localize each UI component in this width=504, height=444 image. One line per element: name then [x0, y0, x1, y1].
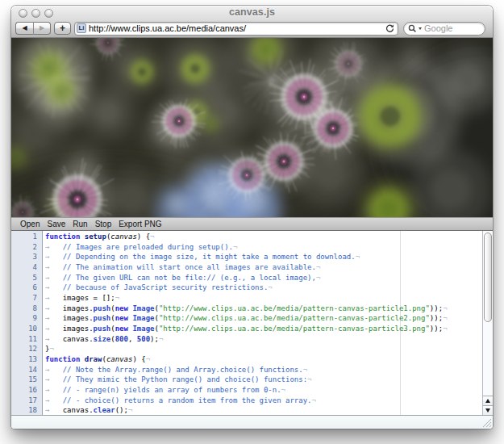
code-editor[interactable]: 123456789101112131415161718 function set…: [11, 231, 493, 415]
code-pane[interactable]: function setup(canvas) {¬→// Images are …: [43, 231, 482, 415]
menu-item-export-png[interactable]: Export PNG: [119, 218, 161, 230]
code-token: // because of JavaScript security restri…: [63, 283, 269, 291]
scroll-down-button[interactable]: [483, 405, 493, 415]
code-token: ));: [430, 304, 443, 312]
line-number: 14: [11, 365, 37, 375]
line-number: 17: [11, 396, 37, 406]
scroll-up-icon: [485, 399, 490, 403]
screenshot-stage: canvas.js ◀ ▶ + Li http://www.clips.ua.a…: [0, 0, 504, 444]
code-line: →canvas.size(800, 500);¬: [45, 334, 482, 345]
back-button[interactable]: ◀: [15, 22, 33, 35]
code-token: "http://www.clips.ua.ac.be/media/pattern…: [159, 314, 430, 322]
newline-marker: ¬: [316, 274, 320, 282]
forward-icon: ▶: [40, 25, 44, 31]
line-number: 11: [11, 334, 37, 345]
code-token: // The given URL can not be file:// (e.g…: [63, 274, 316, 282]
line-number: 6: [11, 283, 37, 293]
address-field[interactable]: Li http://www.clips.ua.ac.be/media/canva…: [74, 22, 398, 36]
menu-item-open[interactable]: Open: [20, 218, 40, 230]
tab-marker: →: [45, 304, 63, 314]
newline-marker: ¬: [115, 294, 119, 302]
newline-marker: ¬: [443, 325, 447, 333]
window-chrome: canvas.js ◀ ▶ + Li http://www.clips.ua.a…: [11, 6, 493, 38]
code-token: clear: [94, 406, 115, 414]
newline-marker: ¬: [49, 345, 53, 353]
search-placeholder[interactable]: Google: [424, 23, 452, 33]
search-options-caret[interactable]: [419, 27, 422, 30]
line-number: 3: [11, 252, 37, 262]
newline-marker: ¬: [312, 396, 316, 404]
code-token: ) {: [132, 355, 145, 363]
code-line: →// - range(n) yields an array of number…: [45, 385, 482, 396]
code-token: size: [94, 335, 111, 343]
scrollbar-thumb[interactable]: [484, 232, 492, 322]
status-bar: [11, 415, 493, 429]
titlebar: canvas.js: [11, 6, 493, 19]
code-line: →images.push(new Image("http://www.clips…: [45, 324, 482, 334]
code-line: →images.push(new Image("http://www.clips…: [45, 304, 482, 314]
line-number: 18: [11, 405, 37, 415]
newline-marker: ¬: [128, 406, 132, 414]
tab-marker: →: [45, 283, 63, 293]
code-line: →// Images are preloaded during setup().…: [45, 242, 482, 253]
code-line: →// The animation will start once all im…: [45, 262, 482, 273]
code-line: →// They mimic the Python range() and ch…: [45, 375, 482, 385]
line-number: 12: [11, 344, 37, 354]
tab-marker: →: [45, 324, 63, 334]
tab-marker: →: [45, 365, 63, 375]
code-line: →canvas.clear();¬: [45, 405, 482, 415]
tab-marker: →: [45, 396, 63, 406]
site-favicon: Li: [77, 23, 86, 33]
line-number: 1: [11, 232, 37, 242]
code-token: );: [150, 335, 159, 343]
line-number-gutter: 123456789101112131415161718: [11, 231, 43, 415]
newline-marker: ¬: [307, 375, 311, 383]
code-token: draw: [85, 355, 102, 363]
code-token: 500: [137, 335, 150, 343]
code-token: canvas.: [63, 406, 94, 414]
code-token: function: [45, 355, 80, 363]
code-line: }¬: [45, 344, 482, 354]
tab-marker: →: [45, 262, 63, 273]
scrollbar-arrows: [483, 396, 493, 415]
menu-item-save[interactable]: Save: [47, 218, 65, 230]
code-token: // They mimic the Python range() and cho…: [63, 375, 307, 383]
line-number: 2: [11, 242, 37, 253]
code-token: images.: [63, 314, 94, 322]
newline-marker: ¬: [443, 304, 447, 312]
newline-marker: ¬: [268, 283, 272, 291]
resize-grip[interactable]: [481, 417, 492, 428]
code-token: canvas: [106, 355, 133, 363]
forward-button[interactable]: ▶: [33, 22, 51, 35]
url-text[interactable]: http://www.clips.ua.ac.be/media/canvas/: [89, 23, 382, 33]
scroll-up-button[interactable]: [483, 396, 493, 405]
back-icon: ◀: [22, 25, 27, 31]
window-title: canvas.js: [11, 6, 493, 18]
code-token: Image: [132, 314, 154, 322]
reload-button[interactable]: [385, 23, 394, 33]
code-token: // Images are preloaded during setup().: [63, 243, 233, 251]
code-token: Image: [132, 304, 154, 312]
code-token: images.: [63, 304, 94, 312]
code-token: Image: [132, 325, 154, 333]
vertical-scrollbar[interactable]: [482, 231, 493, 415]
newline-marker: ¬: [443, 314, 447, 322]
menu-item-run[interactable]: Run: [73, 218, 87, 230]
code-token: push: [94, 304, 111, 312]
newline-marker: ¬: [159, 335, 163, 343]
line-number: 5: [11, 273, 37, 283]
code-token: "http://www.clips.ua.ac.be/media/pattern…: [159, 325, 430, 333]
browser-toolbar: ◀ ▶ + Li http://www.clips.ua.ac.be/media…: [11, 19, 493, 37]
code-token: // Depending on the image size, it might…: [63, 253, 356, 261]
newline-marker: ¬: [281, 386, 285, 394]
tab-marker: →: [45, 273, 63, 283]
code-token: images.: [63, 325, 94, 333]
line-number: 16: [11, 385, 37, 396]
code-token: new: [115, 314, 128, 322]
code-line: →// because of JavaScript security restr…: [45, 283, 482, 293]
code-line: →images = [];¬: [45, 293, 482, 304]
search-field[interactable]: Google: [403, 22, 485, 36]
menu-item-stop[interactable]: Stop: [95, 218, 112, 230]
new-tab-button[interactable]: +: [54, 22, 71, 35]
line-number: 13: [11, 354, 37, 365]
